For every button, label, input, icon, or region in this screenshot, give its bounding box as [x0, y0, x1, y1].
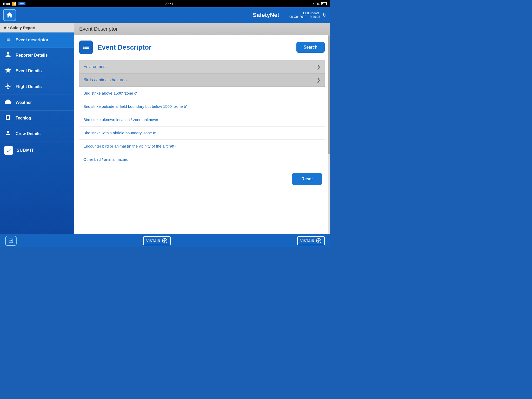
list-item-2[interactable]: Bird strike outside airfield boundary bu… — [79, 100, 325, 113]
clipboard-icon — [4, 114, 12, 122]
sidebar-item-reporter-details-label: Reporter Details — [16, 53, 48, 58]
list-item-2-label: Bird strike outside airfield boundary bu… — [83, 104, 187, 109]
list-item-3-label: Bird strike uknown location / zone unkno… — [83, 117, 158, 122]
chevron-right-icon: ❯ — [317, 64, 321, 70]
vistair-logo-icon-2 — [316, 238, 322, 244]
status-left: iPad 📶 VPN — [3, 2, 25, 6]
wifi-icon: 📶 — [12, 2, 16, 6]
device-label: iPad — [3, 2, 10, 6]
sidebar-item-weather-label: Weather — [16, 100, 32, 105]
plane-icon — [4, 83, 12, 91]
refresh-button[interactable]: ↻ — [322, 12, 327, 18]
content-area: Event Descriptor Event Descriptor Search… — [74, 23, 330, 234]
vpn-badge: VPN — [18, 2, 25, 5]
battery-percent: 40% — [313, 2, 320, 6]
exit-button[interactable] — [5, 236, 17, 246]
content-header: Event Descriptor — [74, 23, 330, 35]
category-birds-animals-label: Birds / animals hazards — [83, 78, 127, 82]
sidebar-item-weather[interactable]: Weather — [0, 95, 74, 111]
pilot-icon — [4, 130, 12, 138]
sidebar-item-event-details-label: Event Details — [16, 69, 42, 73]
exit-icon — [8, 238, 14, 244]
svg-rect-1 — [7, 131, 9, 131]
list-item-4-label: Bird strike within airfield boundary 'zo… — [83, 131, 156, 135]
footer-logo-right: VISTAIR — [297, 236, 325, 245]
time-display: 20:51 — [165, 2, 173, 6]
sidebar: Air Safety Report Event descriptor Repor… — [0, 23, 74, 234]
sidebar-item-flight-details-label: Flight Details — [16, 84, 42, 89]
sidebar-item-event-descriptor[interactable]: Event descriptor — [0, 32, 74, 48]
app-title: SafetyNet — [253, 12, 279, 18]
last-update-value: 06 Oct 2013, 19:49:37 — [289, 15, 320, 19]
category-environment-label: Environment — [83, 64, 107, 69]
last-update-label: Last update: — [289, 11, 320, 15]
list-item-5[interactable]: Encounter bird or animal (in the vicinit… — [79, 140, 325, 153]
submit-label: SUBMIT — [17, 148, 34, 153]
event-descriptor-title: Event Descriptor — [97, 43, 151, 51]
scrollbar-track[interactable] — [328, 35, 330, 234]
reset-button-container: Reset — [79, 166, 325, 169]
list-item-6-label: Other bird / animal hazard — [83, 157, 128, 162]
sidebar-item-flight-details[interactable]: Flight Details — [0, 79, 74, 95]
sidebar-item-crew-details-label: Crew Details — [16, 131, 41, 136]
list-item-1-label: Bird strike above 1500' 'zone c' — [83, 91, 137, 95]
home-icon — [6, 11, 13, 19]
sidebar-section-title: Air Safety Report — [0, 23, 74, 32]
list-item-4[interactable]: Bird strike within airfield boundary 'zo… — [79, 127, 325, 140]
status-right: 40% — [313, 2, 327, 6]
vistair-logo-2: VISTAIR — [300, 239, 314, 243]
sidebar-item-event-descriptor-label: Event descriptor — [16, 38, 48, 42]
category-environment[interactable]: Environment ❯ — [79, 60, 325, 74]
list-item-1[interactable]: Bird strike above 1500' 'zone c' — [79, 87, 325, 100]
home-button[interactable] — [3, 9, 16, 21]
footer-logo-center: VISTAIR — [143, 236, 171, 245]
sidebar-submit-button[interactable]: SUBMIT — [0, 142, 74, 158]
vistair-logo-icon-1 — [162, 238, 168, 244]
sidebar-item-reporter-details[interactable]: Reporter Details — [0, 48, 74, 63]
content-body: Event Descriptor Search Environment ❯ Bi… — [74, 35, 330, 234]
list-icon — [4, 36, 12, 44]
list-item-3[interactable]: Bird strike uknown location / zone unkno… — [79, 113, 325, 127]
list-item-5-label: Encounter bird or animal (in the vicinit… — [83, 144, 176, 148]
event-descriptor-header: Event Descriptor Search — [79, 41, 325, 54]
chevron-right-icon-2: ❯ — [317, 77, 321, 83]
person-icon — [4, 51, 12, 59]
vistair-logo-1: VISTAIR — [146, 239, 160, 243]
sidebar-item-event-details[interactable]: Event Details — [0, 63, 74, 79]
status-bar: iPad 📶 VPN 20:51 40% — [0, 0, 330, 7]
scrollbar-thumb[interactable] — [328, 35, 330, 154]
sidebar-item-techlog-label: Techlog — [16, 116, 31, 121]
sidebar-item-techlog[interactable]: Techlog — [0, 111, 74, 126]
sidebar-item-crew-details[interactable]: Crew Details — [0, 126, 74, 142]
main-layout: Air Safety Report Event descriptor Repor… — [0, 23, 330, 234]
app-header: SafetyNet Last update: 06 Oct 2013, 19:4… — [0, 7, 330, 23]
check-icon — [4, 146, 13, 155]
last-update-info: Last update: 06 Oct 2013, 19:49:37 ↻ — [289, 11, 327, 19]
footer: VISTAIR VISTAIR — [0, 234, 330, 247]
list-item-6[interactable]: Other bird / animal hazard — [79, 153, 325, 166]
cloud-icon — [4, 98, 12, 107]
battery-icon — [321, 2, 327, 5]
star-icon — [4, 67, 12, 75]
search-button[interactable]: Search — [296, 42, 325, 53]
reset-button[interactable]: Reset — [292, 173, 322, 185]
event-descriptor-icon — [79, 41, 93, 54]
battery-fill — [322, 3, 323, 4]
category-birds-animals[interactable]: Birds / animals hazards ❯ — [79, 74, 325, 87]
